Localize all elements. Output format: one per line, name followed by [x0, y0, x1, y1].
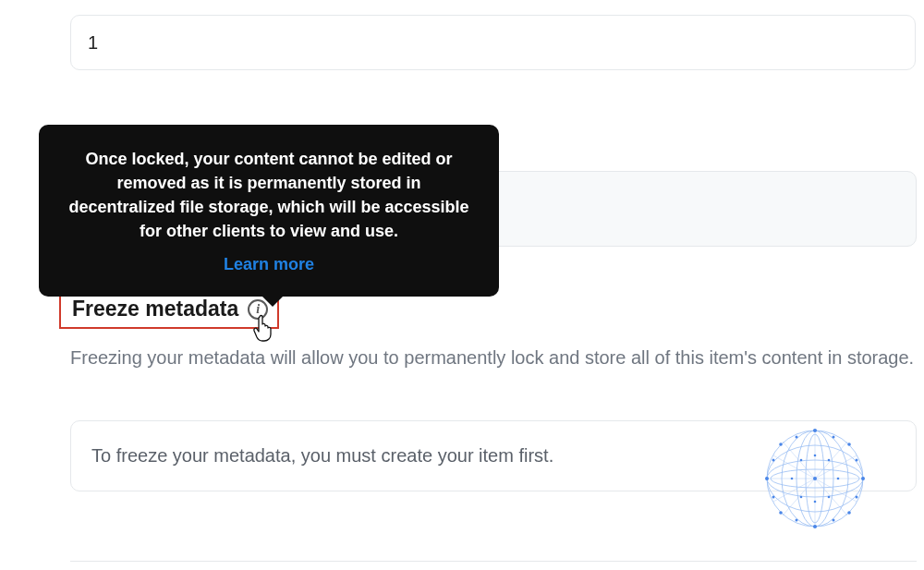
svg-point-29 — [856, 496, 858, 499]
svg-point-37 — [814, 501, 817, 503]
divider — [70, 561, 917, 562]
supply-input[interactable]: 1 — [70, 15, 916, 70]
freeze-notice-box: To freeze your metadata, you must create… — [70, 420, 917, 491]
svg-point-19 — [779, 511, 783, 515]
svg-point-24 — [796, 519, 798, 522]
svg-point-25 — [833, 519, 835, 522]
supply-value: 1 — [88, 32, 98, 54]
tooltip-body: Once locked, your content cannot be edit… — [68, 150, 468, 240]
tooltip-learn-more-link[interactable]: Learn more — [63, 252, 475, 276]
freeze-description: Freezing your metadata will allow you to… — [70, 344, 918, 372]
freeze-title-text: Freeze metadata — [72, 297, 238, 321]
svg-point-32 — [800, 496, 803, 499]
svg-point-20 — [847, 511, 851, 515]
svg-point-27 — [772, 496, 775, 499]
svg-point-33 — [828, 496, 831, 499]
svg-point-14 — [813, 525, 817, 528]
freeze-tooltip: Once locked, your content cannot be edit… — [39, 125, 499, 297]
freeze-notice-text: To freeze your metadata, you must create… — [91, 445, 553, 466]
